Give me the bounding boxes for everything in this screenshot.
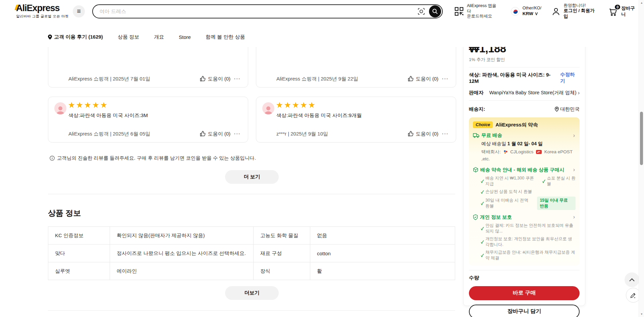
tab-overview[interactable]: 개요	[154, 34, 164, 40]
shipping-promise-section[interactable]: 배송 약속 안내 - 해외 배송 상품 구매시 ›	[473, 167, 576, 173]
seller-row[interactable]: 판매자 WanpiYaYa Baby Store Store(거래 업체) ›	[469, 90, 580, 96]
helpful-button[interactable]: 도움이 (0)	[200, 131, 231, 137]
reviews-more-button[interactable]: 더 보기	[225, 170, 279, 184]
chevron-up-icon	[629, 278, 635, 282]
location-pin-icon	[48, 35, 52, 40]
spec-value: 에이라인	[110, 262, 254, 280]
account-entry[interactable]: 환영합니다! 로그인 / 회원가입	[551, 3, 598, 19]
back-to-top-button[interactable]	[625, 272, 639, 287]
more-options-icon[interactable]: ···	[234, 130, 240, 137]
helpful-button[interactable]: 도움이 (0)	[200, 76, 231, 82]
review-author-date: AliExpress 쇼핑객 | 2025년 6월 05일	[68, 131, 150, 137]
locale-selector[interactable]: Other/KO/ KRW ∨	[511, 6, 541, 17]
more-options-icon[interactable]: ···	[442, 75, 448, 82]
review-coin-notice: 고객님의 진솔한 리뷰를 들려주세요. 구매 후 리뷰를 남기면 코인을 받을 …	[50, 155, 256, 161]
spec-value: 확인되지 않음(판매자가 제공하지 않음)	[110, 227, 254, 245]
ship-to-row[interactable]: 배송지: 대한민국	[469, 106, 580, 112]
star-rating: ★★★★★	[276, 100, 316, 110]
ship-to-label: 배송지:	[469, 106, 485, 112]
review-card: ★★★★★ 색상:파란색 아동용 미국 사이즈:9개월 z***r | 2025…	[256, 97, 456, 143]
choice-badge: Choice	[473, 121, 493, 128]
location-pin-icon	[555, 107, 559, 112]
shipping-promise-title: 배송 약속 안내 - 해외 배송 상품 구매시	[480, 167, 565, 173]
review-author-date: AliExpress 쇼핑객 | 2025년 9월 22일	[276, 76, 358, 82]
locale-currency: KRW ∨	[523, 11, 541, 17]
helpful-button[interactable]: 도움이 (0)	[408, 76, 439, 82]
info-icon	[50, 156, 55, 161]
buy-box: 원가 ₩14,228 ₩1,188 1% 추가 코인 할인 색상: 파란색, 아…	[463, 29, 585, 306]
buy-now-button[interactable]: 바로 구매	[469, 286, 580, 300]
thumbs-up-icon	[408, 76, 414, 82]
spec-key: 맞다	[48, 245, 110, 262]
delivery-estimate: 예상 배송일 1 월 02 일- 04 일	[473, 141, 576, 147]
quantity-label: 수량	[469, 275, 580, 281]
locale-region: Other/KO/	[523, 6, 541, 11]
scroll-down-arrow-icon[interactable]: ▼	[639, 313, 644, 316]
tab-customer-reviews[interactable]: 고객 이용 후기 (1629)	[48, 34, 103, 40]
tab-store[interactable]: Store	[179, 34, 191, 40]
sku-selection: 색상: 파란색, 아동용 미국 사이즈: 9-12M	[469, 72, 560, 84]
privacy-item: 안심 결제: 카드 정보는 안전하게 보호되며 유출되지 않...	[481, 223, 576, 234]
privacy-section[interactable]: 개인 정보 보호 ›	[473, 214, 576, 220]
spec-key: 재료 구성	[254, 245, 310, 262]
search-button[interactable]	[429, 5, 441, 17]
hamburger-menu-icon[interactable]: ≡	[73, 5, 85, 17]
cart-label: 장바구니	[621, 5, 639, 17]
logo-text: AliExpress	[16, 4, 69, 13]
privacy-title: 개인 정보 보호	[480, 214, 512, 220]
spec-value: 없음	[310, 227, 455, 245]
scroll-up-arrow-icon[interactable]: ▲	[639, 1, 644, 4]
carrier-1: CJLogistics	[510, 149, 533, 154]
app-download[interactable]: AliExpress 앱을 다 운로드하세요	[454, 3, 501, 19]
spec-key: 고농도 화학 물질	[254, 227, 310, 245]
avatar	[262, 102, 274, 114]
promise-item: 배송 지연 시 ₩1,300 쿠폰 지급	[481, 175, 536, 187]
korea-post-logo-icon	[536, 150, 542, 154]
caret-down-icon: ∨	[534, 11, 538, 16]
thumbs-up-icon	[408, 131, 414, 137]
free-shipping-section[interactable]: 무료 배송 ›	[473, 132, 576, 139]
review-sku-text: 색상:파란색 아동용 미국 사이즈:9개월	[276, 112, 362, 119]
chevron-right-icon: ›	[573, 214, 575, 220]
more-options-icon[interactable]: ···	[234, 75, 240, 82]
star-rating: ★★★★★	[68, 100, 108, 110]
spec-key: KC 인증정보	[48, 227, 110, 245]
tab-recommendations[interactable]: 함께 볼 만한 상품	[206, 34, 245, 40]
review-card: ★★★★★ 색상:파란색 아동용 미국 사이즈:3M AliExpress 쇼핑…	[48, 97, 248, 143]
product-page-tabs: 고객 이용 후기 (1629) 상품 정보 개요 Store 함께 볼 만한 상…	[0, 22, 639, 47]
divider	[469, 100, 580, 101]
divider	[469, 67, 580, 67]
product-info-title: 상품 정보	[48, 208, 81, 218]
thumbs-up-icon	[200, 131, 206, 137]
add-to-cart-button[interactable]: 장바구니 담기	[469, 305, 580, 317]
greeting-text: 환영합니다!	[564, 3, 598, 8]
avatar	[54, 102, 66, 114]
vertical-scrollbar[interactable]: ▲ ▼	[639, 0, 644, 317]
review-photo-thumbnail[interactable]	[280, 45, 310, 64]
choice-promise-box: Choice AliExpress의 약속 무료 배송 › 예상 배송일 1 월…	[469, 117, 580, 266]
app-download-line1: AliExpress 앱을 다	[467, 3, 501, 14]
sku-edit-link[interactable]: 수정하기	[560, 71, 580, 84]
spec-value: cotton	[310, 245, 455, 262]
review-author-date: AliExpress 쇼핑객 | 2025년 7월 01일	[68, 76, 150, 82]
truck-icon	[473, 133, 479, 138]
image-search-icon[interactable]	[418, 8, 425, 15]
aliexpress-logo[interactable]: AliExpress 알리바바 그룹 글로벌 오픈 마켓	[16, 4, 69, 19]
helpful-button[interactable]: 도움이 (0)	[408, 131, 439, 137]
scrollbar-thumb[interactable]	[640, 112, 643, 165]
cart-entry[interactable]: 0 장바구니	[608, 5, 639, 17]
more-options-icon[interactable]: ···	[442, 130, 448, 137]
privacy-bullets: 안심 결제: 카드 정보는 안전하게 보호되며 유출되지 않... 개인정보 보…	[473, 223, 576, 261]
login-signup-link: 로그인 / 회원가입	[564, 8, 598, 19]
free-return-badge: 15일 이내 무료 반품	[537, 197, 576, 210]
choice-header: Choice AliExpress의 약속	[473, 121, 576, 128]
spec-value: 활	[310, 262, 455, 280]
search-bar[interactable]	[92, 4, 443, 18]
tab-product-info[interactable]: 상품 정보	[118, 34, 139, 40]
seller-name: WanpiYaYa Baby Store Store(거래 업체)	[489, 90, 577, 96]
chevron-right-icon: ›	[573, 167, 575, 172]
search-input[interactable]	[100, 8, 418, 14]
shipping-promise-bullets: 배송 지연 시 ₩1,300 쿠폰 지급 소포 분실 시 환불 손상된 상품 도…	[473, 175, 576, 210]
spec-more-button[interactable]: 더보기	[225, 286, 279, 300]
section-divider	[48, 194, 455, 194]
